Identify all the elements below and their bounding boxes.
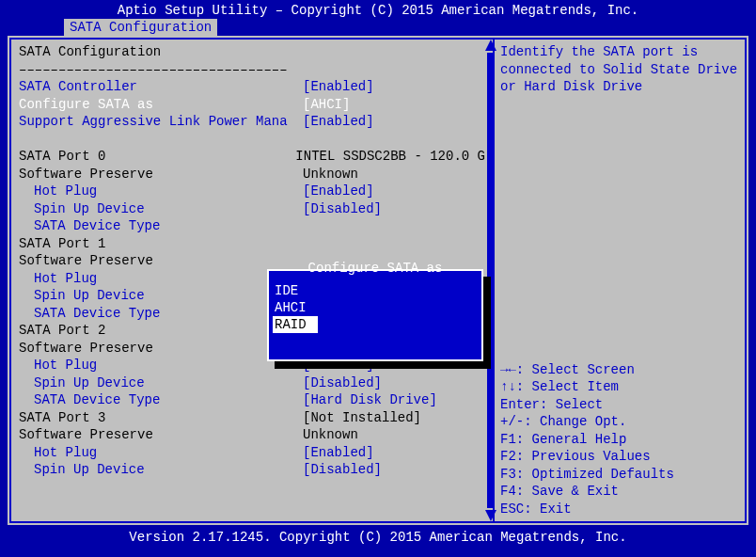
popup-option-ide[interactable]: IDE <box>273 282 478 299</box>
label: SATA Port 1 <box>19 235 303 253</box>
row-aggressive-lpm[interactable]: Support Aggressive Link Power Mana [Enab… <box>19 113 485 131</box>
label: Hot Plug <box>19 444 303 462</box>
value: [Enabled] <box>303 78 374 96</box>
row-port0-software-preserve: Software Preserve Unknown <box>19 166 485 183</box>
help-pane: Identify the SATA port is connected to S… <box>495 38 747 523</box>
divider: –––––––––––––––––––––––––––––––––– <box>19 61 288 79</box>
scroll-down-icon[interactable] <box>485 510 496 521</box>
value: [Disabled] <box>303 461 382 479</box>
row-configure-sata-as[interactable]: Configure SATA as [AHCI] <box>19 96 485 114</box>
key-select-item: ↑↓: Select Item <box>500 378 739 396</box>
popup-option-ahci[interactable]: AHCI <box>273 299 478 316</box>
help-text: connected to Solid State Drive <box>500 61 739 79</box>
key-help: →←: Select Screen ↑↓: Select Item Enter:… <box>500 361 739 518</box>
row-port0-devtype[interactable]: SATA Device Type <box>19 217 485 235</box>
title-bar: Aptio Setup Utility – Copyright (C) 2015… <box>0 0 756 19</box>
popup-configure-sata-as: Configure SATA as IDE AHCI RAID <box>267 269 483 361</box>
row-port1: SATA Port 1 <box>19 235 485 253</box>
label: Spin Up Device <box>19 200 303 218</box>
row-port3-spinup[interactable]: Spin Up Device [Disabled] <box>19 461 485 479</box>
value: Unknown <box>303 166 358 183</box>
key-opt-defaults: F3: Optimized Defaults <box>500 466 739 484</box>
key-save-exit: F4: Save & Exit <box>500 483 739 501</box>
row-port0-hotplug[interactable]: Hot Plug [Enabled] <box>19 183 485 200</box>
label: SATA Device Type <box>19 217 303 235</box>
row-port3-hotplug[interactable]: Hot Plug [Enabled] <box>19 444 485 462</box>
label: SATA Device Type <box>19 305 303 323</box>
key-help: F1: General Help <box>500 431 739 449</box>
row-port2-spinup[interactable]: Spin Up Device [Disabled] <box>19 374 485 392</box>
label: Hot Plug <box>19 357 303 374</box>
key-esc: ESC: Exit <box>500 501 739 518</box>
value: [Enabled] <box>303 183 374 200</box>
value: Unknown <box>303 426 358 444</box>
value: [Not Installed] <box>303 409 421 427</box>
label: SATA Port 2 <box>19 322 303 340</box>
label: SATA Port 3 <box>19 409 303 427</box>
label: Software Preserve <box>19 166 303 183</box>
blank-row <box>19 131 485 149</box>
label: Spin Up Device <box>19 461 303 479</box>
row-port2-devtype[interactable]: SATA Device Type [Hard Disk Drive] <box>19 391 485 409</box>
row-port0-spinup[interactable]: Spin Up Device [Disabled] <box>19 200 485 218</box>
scroll-up-icon[interactable] <box>485 40 496 51</box>
row-port3-software-preserve: Software Preserve Unknown <box>19 426 485 444</box>
key-change-opt: +/-: Change Opt. <box>500 413 739 431</box>
label: SATA Device Type <box>19 391 303 409</box>
label: SATA Controller <box>19 78 303 96</box>
help-text: Identify the SATA port is <box>500 43 739 61</box>
label: Configure SATA as <box>19 96 303 114</box>
value: [Disabled] <box>303 200 382 218</box>
value: [Enabled] <box>303 444 374 462</box>
popup-option-raid[interactable]: RAID <box>273 316 318 333</box>
label: Support Aggressive Link Power Mana <box>19 113 303 131</box>
footer: Version 2.17.1245. Copyright (C) 2015 Am… <box>0 525 756 544</box>
popup-title: Configure SATA as <box>273 260 478 278</box>
help-text: or Hard Disk Drive <box>500 78 739 96</box>
row-port0: SATA Port 0 INTEL SSDSC2BB - 120.0 G <box>19 148 485 166</box>
key-select-screen: →←: Select Screen <box>500 361 739 379</box>
tab-sata-config[interactable]: SATA Configuration <box>64 19 217 36</box>
label: Hot Plug <box>19 270 303 288</box>
row-sata-controller[interactable]: SATA Controller [Enabled] <box>19 78 485 96</box>
label: Software Preserve <box>19 426 303 444</box>
value: [AHCI] <box>303 96 350 114</box>
value: [Enabled] <box>303 113 374 131</box>
label: SATA Port 0 <box>19 148 295 166</box>
label: Software Preserve <box>19 252 303 270</box>
row-port3: SATA Port 3 [Not Installed] <box>19 409 485 427</box>
value: [Hard Disk Drive] <box>303 391 437 409</box>
label: Spin Up Device <box>19 374 303 392</box>
label: Software Preserve <box>19 340 303 358</box>
tab-row: SATA Configuration <box>0 19 756 36</box>
value: [Disabled] <box>303 374 382 392</box>
main-frame: SATA Configuration –––––––––––––––––––––… <box>8 36 748 525</box>
section-heading: SATA Configuration <box>19 43 303 61</box>
label: Hot Plug <box>19 183 303 200</box>
label: Spin Up Device <box>19 287 303 305</box>
key-prev-values: F2: Previous Values <box>500 448 739 466</box>
key-enter: Enter: Select <box>500 396 739 414</box>
value: INTEL SSDSC2BB - 120.0 G <box>295 148 485 166</box>
